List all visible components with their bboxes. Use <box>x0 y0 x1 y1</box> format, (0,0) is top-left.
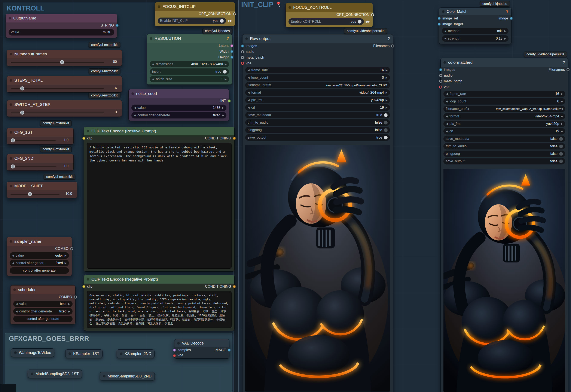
node-noise-seed[interactable]: noise_seed INT ◀ value 1435 ▶ ◀ control … <box>128 89 229 121</box>
collapse-dot-icon[interactable] <box>10 157 12 160</box>
group-init-clip-title[interactable]: INIT_CLIP <box>241 1 281 9</box>
cfg2-slider[interactable]: 1.0 <box>11 163 70 170</box>
toggle-knob[interactable] <box>559 160 563 163</box>
stepper-left-icon[interactable]: ◀ <box>16 310 17 313</box>
node-header[interactable]: CFG_1ST <box>7 128 73 137</box>
switch-slider[interactable]: 3 <box>11 109 118 117</box>
collapse-dot-icon[interactable] <box>10 79 12 82</box>
enable-kontroll-toggle[interactable]: Enable KONTROLL yes <box>289 18 364 25</box>
vae-input-dot[interactable] <box>173 354 176 357</box>
control-after-generate-button[interactable]: control after generate <box>13 316 73 322</box>
node-header[interactable]: MODEL_SHIFT <box>7 182 77 190</box>
clip-input-dot[interactable] <box>82 137 85 140</box>
stepper-left-icon[interactable]: ◀ <box>248 106 249 109</box>
widget-format[interactable]: ◀ format video/h264-mp4 ▶ <box>443 113 565 120</box>
video-preview[interactable] <box>443 169 565 392</box>
toggle-knob[interactable] <box>384 121 388 125</box>
widget-filename-prefix[interactable]: filename_prefix raw_wan22_%OutputName.va… <box>245 82 390 88</box>
node-header[interactable]: RESOLUTION ? <box>147 34 232 43</box>
stepper-right-icon[interactable]: ▶ <box>68 302 70 305</box>
node-header[interactable]: NumberOfFrames <box>7 50 122 58</box>
collapse-dot-icon[interactable] <box>31 373 33 375</box>
slider-knob[interactable] <box>28 192 32 196</box>
stepper-left-icon[interactable]: ◀ <box>446 115 448 118</box>
filenames-output-dot[interactable] <box>391 44 394 47</box>
stepper-left-icon[interactable]: ◀ <box>248 76 249 79</box>
stepper-left-icon[interactable]: ◀ <box>446 130 448 133</box>
negative-prompt-textarea[interactable]: Overexposure, static, blurred details, s… <box>87 291 232 328</box>
collapse-dot-icon[interactable] <box>150 37 152 40</box>
slider-knob[interactable] <box>11 165 15 168</box>
stepper-left-icon[interactable]: ◀ <box>248 69 249 72</box>
collapse-dot-icon[interactable] <box>13 289 16 291</box>
group-gfxcard-title[interactable]: GFXCARD_GOES_BRRR <box>9 335 89 343</box>
widget-scheduler-value[interactable]: ◀ value beta ▶ <box>13 301 73 307</box>
node-focus-initclip[interactable]: FOCUS_INITCLIP OPT_CONNECTION Enable INI… <box>155 2 235 26</box>
slider-track[interactable] <box>11 166 56 167</box>
node-wan-image-to-video[interactable]: WanImageToVideo <box>11 348 54 357</box>
node-focus-kontroll[interactable]: FOCUS_KONTROLL OPT_CONNECTION Enable KON… <box>286 3 373 27</box>
collapse-dot-icon[interactable] <box>177 342 180 345</box>
vae-input-dot[interactable] <box>439 85 442 88</box>
stepper-right-icon[interactable]: ▶ <box>65 262 67 265</box>
slider-knob[interactable] <box>20 86 24 90</box>
output-slot-dot[interactable] <box>74 295 77 299</box>
collapse-dot-icon[interactable] <box>158 5 160 8</box>
positive-prompt-textarea[interactable]: A highly detailed, realistic CGI movie o… <box>87 143 232 269</box>
stepper-right-icon[interactable]: ▶ <box>386 98 388 102</box>
node-header[interactable]: sampler_name <box>7 237 72 246</box>
toggle-knob[interactable] <box>559 145 563 148</box>
widget-format[interactable]: ◀ format video/h264-mp4 ▶ <box>245 89 390 96</box>
widget-trim-to-audio-toggle[interactable]: trim_to_audio false <box>245 119 390 126</box>
conditioning-output-dot[interactable] <box>233 285 236 288</box>
toggle-knob[interactable] <box>559 137 563 141</box>
stepper-right-icon[interactable]: ▶ <box>225 63 227 66</box>
width-output-dot[interactable] <box>230 50 233 53</box>
stepper-left-icon[interactable]: ◀ <box>444 29 446 32</box>
node-resolution[interactable]: RESOLUTION ? Latent Width Height ◀ dimen… <box>147 34 232 85</box>
steps-slider[interactable]: 6 <box>11 85 118 92</box>
widget-save-output-toggle[interactable]: save_output false <box>443 158 565 165</box>
stepper-left-icon[interactable]: ◀ <box>248 91 249 94</box>
stepper-right-icon[interactable]: ▶ <box>65 254 67 257</box>
collapse-dot-icon[interactable] <box>442 10 444 13</box>
node-header[interactable]: noise_seed <box>129 89 229 98</box>
slider-knob[interactable] <box>20 111 24 115</box>
fast-forward-icon[interactable]: ▶▶ <box>366 20 370 24</box>
stepper-right-icon[interactable]: ▶ <box>386 106 388 109</box>
audio-input-dot[interactable] <box>241 50 244 53</box>
collapse-dot-icon[interactable] <box>10 240 12 243</box>
toggle-knob[interactable] <box>384 113 388 117</box>
stepper-right-icon[interactable]: ▶ <box>222 114 224 117</box>
widget-loop-count[interactable]: ◀ loop_count 0 ▶ <box>443 98 565 105</box>
video-preview[interactable] <box>245 145 390 392</box>
stepper-left-icon[interactable]: ◀ <box>446 100 448 103</box>
widget-save-metadata-toggle[interactable]: save_metadata true <box>245 112 390 118</box>
stepper-right-icon[interactable]: ▶ <box>504 37 506 40</box>
toggle-knob[interactable] <box>384 128 388 132</box>
samples-input-dot[interactable] <box>173 349 176 351</box>
widget-strength[interactable]: ◀ strength 0.15 ▶ <box>442 35 509 42</box>
widget-frame-rate[interactable]: ◀ frame_rate 16 ▶ <box>245 67 390 73</box>
stepper-left-icon[interactable]: ◀ <box>134 114 136 117</box>
widget-control-after-generate[interactable]: ◀ control after generate fixed ▶ <box>13 308 73 315</box>
stepper-right-icon[interactable]: ▶ <box>386 76 388 79</box>
node-header[interactable]: CLIP Text Encode (Negative Prompt) <box>84 275 234 284</box>
help-icon[interactable]: ? <box>563 60 565 65</box>
node-clip-text-encode-positive[interactable]: CLIP Text Encode (Positive Prompt) clip … <box>84 126 234 272</box>
stepper-left-icon[interactable]: ◀ <box>446 122 448 125</box>
collapse-dot-icon[interactable] <box>14 351 17 354</box>
widget-sampler-value[interactable]: ◀ value euler ▶ <box>10 252 69 259</box>
height-output-dot[interactable] <box>230 56 233 59</box>
node-cfg-1st[interactable]: CFG_1ST 1.0 <box>7 128 74 145</box>
node-model-sampling-1st[interactable]: ModelSamplingSD3_1ST <box>28 370 82 378</box>
image-target-input-dot[interactable] <box>438 23 441 26</box>
collapse-dot-icon[interactable] <box>10 131 12 134</box>
widget-trim-to-audio-toggle[interactable]: trim_to_audio false <box>443 143 565 150</box>
node-ksampler-1st[interactable]: KSampler_1ST <box>65 350 102 358</box>
node-header[interactable]: Raw output ? <box>242 34 393 43</box>
widget-seed-value[interactable]: ◀ value 1435 ▶ <box>132 105 226 111</box>
help-icon[interactable]: ? <box>506 9 509 14</box>
widget-control-after-generate[interactable]: ◀ control after gener... fixed ▶ <box>10 260 69 266</box>
stepper-left-icon[interactable]: ◀ <box>16 302 17 305</box>
